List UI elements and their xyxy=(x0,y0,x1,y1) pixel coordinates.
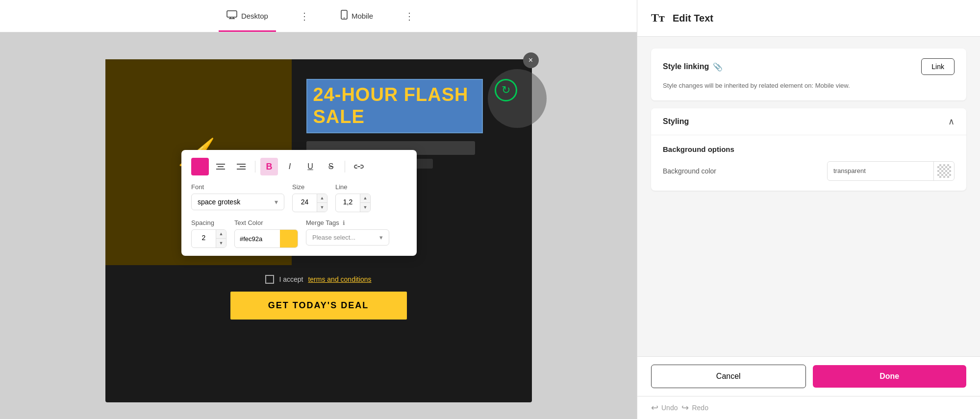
style-linking-header: Style linking 📎 Link xyxy=(663,58,955,75)
bg-color-swatch[interactable] xyxy=(933,162,954,180)
desktop-more-button[interactable]: ⋮ xyxy=(296,8,313,24)
line-down-button[interactable]: ▼ xyxy=(360,203,370,212)
refresh-button[interactable]: ↻ xyxy=(495,79,517,101)
size-value: 24 xyxy=(293,194,317,212)
right-panel: Tт Edit Text Style linking 📎 Link Style … xyxy=(637,0,980,419)
font-label: Font xyxy=(191,183,284,191)
tab-desktop[interactable]: Desktop xyxy=(219,6,276,25)
close-icon: × xyxy=(528,56,533,65)
size-label: Size xyxy=(292,183,327,191)
redo-label: Redo xyxy=(692,404,708,412)
spacing-group: Spacing 2 ▲ ▼ xyxy=(191,219,226,248)
italic-button[interactable]: I xyxy=(281,158,299,175)
line-group: Line 1,2 ▲ ▼ xyxy=(335,183,371,212)
style-linking-title-text: Style linking xyxy=(663,62,709,71)
undo-redo-bar: ↩ Undo ↪ Redo xyxy=(637,396,980,419)
desktop-icon xyxy=(226,10,237,22)
redo-button[interactable]: ↪ Redo xyxy=(681,402,708,413)
styling-chevron-up[interactable]: ∧ xyxy=(948,116,955,127)
flash-sale-text[interactable]: 24-HOUR FLASH SALE xyxy=(306,79,483,133)
grey-circle-decoration xyxy=(488,69,547,128)
merge-tags-chevron: ▾ xyxy=(379,234,383,241)
align-center-button[interactable] xyxy=(212,158,229,175)
font-select[interactable]: space grotesk ▾ xyxy=(191,194,284,210)
size-up-button[interactable]: ▲ xyxy=(317,194,327,203)
spacing-input-group: 2 ▲ ▼ xyxy=(191,229,226,248)
redo-icon: ↪ xyxy=(681,402,689,413)
mobile-more-button[interactable]: ⋮ xyxy=(401,8,418,24)
line-value: 1,2 xyxy=(336,194,360,212)
color-swatch[interactable] xyxy=(280,230,298,247)
done-button[interactable]: Done xyxy=(813,365,967,388)
bg-value-group: transparent xyxy=(827,161,955,181)
merge-tags-label: Merge Tags ℹ xyxy=(306,219,389,226)
style-linking-desc: Style changes will be inherited by relat… xyxy=(663,81,955,91)
undo-button[interactable]: ↩ Undo xyxy=(651,402,678,413)
tab-mobile[interactable]: Mobile xyxy=(333,6,381,26)
font-chevron: ▾ xyxy=(275,198,278,206)
refresh-icon: ↻ xyxy=(502,84,510,97)
cta-label: GET TODAY'S DEAL xyxy=(268,300,369,310)
font-group: Font space grotesk ▾ xyxy=(191,183,284,210)
color-input-group: #fec92a xyxy=(234,229,298,248)
cta-button[interactable]: GET TODAY'S DEAL xyxy=(230,292,407,320)
cancel-button[interactable]: Cancel xyxy=(651,365,806,388)
terms-link[interactable]: terms and conditions xyxy=(308,275,371,283)
underline-button[interactable]: U xyxy=(302,158,319,175)
format-toolbar: B I U S xyxy=(181,150,417,256)
merge-tags-placeholder: Please select... xyxy=(312,234,355,241)
link-button[interactable] xyxy=(350,158,368,175)
flash-sale-text-content: 24-HOUR FLASH SALE xyxy=(313,84,469,127)
bg-color-row: Background color transparent xyxy=(663,161,955,181)
line-up-button[interactable]: ▲ xyxy=(360,194,370,203)
size-down-button[interactable]: ▼ xyxy=(317,203,327,212)
svg-point-5 xyxy=(344,18,345,19)
bg-options-title: Background options xyxy=(663,145,955,153)
line-label: Line xyxy=(335,183,371,191)
canvas-content: × ⚡ 24-HOUR FLASH SALE xyxy=(0,32,637,419)
size-group: Size 24 ▲ ▼ xyxy=(292,183,327,212)
strikethrough-button[interactable]: S xyxy=(322,158,340,175)
italic-icon: I xyxy=(289,162,291,171)
merge-tags-select[interactable]: Please select... ▾ xyxy=(306,229,389,246)
accept-text: I accept xyxy=(279,275,303,283)
line-input-group: 1,2 ▲ ▼ xyxy=(335,194,371,212)
align-left-button[interactable] xyxy=(191,158,209,175)
svg-text:Tт: Tт xyxy=(651,11,665,24)
bg-options: Background options Background color tran… xyxy=(651,135,966,191)
paperclip-icon: 📎 xyxy=(713,62,723,72)
font-size-row: Font space grotesk ▾ Size 24 ▲ ▼ xyxy=(191,183,407,212)
styling-section: Styling ∧ Background options Background … xyxy=(651,108,966,191)
font-value: space grotesk xyxy=(198,198,240,206)
strikethrough-icon: S xyxy=(328,162,334,171)
svg-rect-0 xyxy=(227,11,237,17)
text-color-group: Text Color #fec92a xyxy=(234,219,298,248)
right-header-title: Edit Text xyxy=(673,13,713,24)
align-right-button[interactable] xyxy=(232,158,250,175)
top-toolbar: Desktop ⋮ Mobile ⋮ xyxy=(0,0,637,32)
close-button[interactable]: × xyxy=(523,52,539,68)
bg-color-value: transparent xyxy=(828,163,933,179)
styling-title: Styling xyxy=(663,117,689,126)
spacing-arrows: ▲ ▼ xyxy=(216,230,226,247)
size-input-group: 24 ▲ ▼ xyxy=(292,194,327,212)
link-action-button[interactable]: Link xyxy=(921,58,955,75)
styling-header: Styling ∧ xyxy=(651,108,966,135)
size-arrows: ▲ ▼ xyxy=(317,194,327,212)
line-arrows: ▲ ▼ xyxy=(360,194,370,212)
merge-tags-info-icon: ℹ xyxy=(343,220,345,226)
style-linking-title: Style linking 📎 xyxy=(663,62,723,72)
spacing-down-button[interactable]: ▼ xyxy=(216,239,226,247)
spacing-up-button[interactable]: ▲ xyxy=(216,230,226,239)
canvas-area: Desktop ⋮ Mobile ⋮ × ⚡ xyxy=(0,0,637,419)
bg-color-label: Background color xyxy=(663,167,716,175)
edit-text-icon: Tт xyxy=(651,10,666,26)
spacing-value: 2 xyxy=(192,230,216,247)
desktop-tab-label: Desktop xyxy=(241,12,268,20)
style-linking-card: Style linking 📎 Link Style changes will … xyxy=(651,49,966,100)
color-text-value: #fec92a xyxy=(235,231,280,246)
merge-tags-group: Merge Tags ℹ Please select... ▾ xyxy=(306,219,389,246)
accept-checkbox[interactable] xyxy=(265,275,274,284)
bold-button[interactable]: B xyxy=(260,158,278,175)
spacing-color-row: Spacing 2 ▲ ▼ Text Color #fec92a xyxy=(191,219,407,248)
